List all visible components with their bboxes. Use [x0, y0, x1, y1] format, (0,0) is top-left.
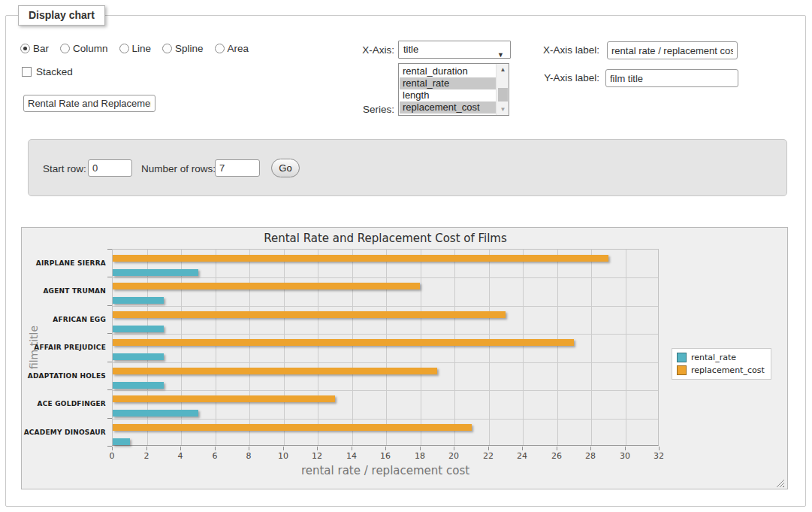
x-axis-tick	[659, 447, 660, 450]
x-axis-tick-label: 0	[101, 451, 123, 461]
x-axis-tick	[625, 447, 626, 450]
radio-option-spline[interactable]: Spline	[162, 43, 204, 54]
bar-rental_rate	[113, 410, 198, 417]
radio-label[interactable]: Line	[132, 43, 152, 54]
bar-rental_rate	[113, 382, 164, 389]
gridline	[318, 250, 318, 445]
chart-title: Rental Rate and Replacement Cost of Film…	[112, 232, 659, 245]
stacked-label[interactable]: Stacked	[36, 66, 73, 77]
x-axis-tick	[488, 447, 489, 450]
x-axis-tick-label: 26	[545, 451, 568, 461]
legend-item[interactable]: rental_rate	[677, 353, 765, 362]
legend-swatch-rental-rate	[677, 353, 687, 362]
x-axis-tick	[283, 447, 284, 450]
gridline	[421, 250, 421, 445]
bar-rental_rate	[113, 326, 164, 332]
radio-label[interactable]: Bar	[33, 43, 49, 54]
start-row-label: Start row:	[43, 163, 86, 174]
radio-option-column[interactable]: Column	[60, 43, 108, 54]
x-axis-tick	[522, 447, 523, 450]
start-row-input[interactable]	[88, 159, 132, 177]
radio-icon[interactable]	[215, 44, 225, 53]
x-axis-tick-label: 12	[306, 451, 328, 461]
x-axis-select[interactable]: title ▼	[398, 41, 511, 59]
x-axis-tick	[352, 447, 352, 450]
category-label: ACADEMY DINOSAUR	[22, 429, 106, 436]
series-list-label: Series:	[342, 104, 394, 115]
series-option-replacement-cost[interactable]: replacement_cost	[400, 101, 496, 114]
series-option-length[interactable]: length	[400, 89, 496, 101]
x-axis-tick-label: 16	[374, 451, 397, 461]
x-axis-tick-label: 18	[409, 451, 431, 461]
y-axis-tick	[107, 418, 112, 419]
chart-container: Rental Rate and Replacement Cost of Film…	[21, 227, 788, 489]
num-rows-input[interactable]	[215, 159, 260, 177]
radio-icon[interactable]	[20, 44, 30, 53]
y-axis-tick	[107, 333, 112, 334]
x-axis-tick	[317, 447, 318, 450]
chart-type-radio-group: Bar Column Line Spline Area	[20, 43, 249, 54]
x-axis-tick-label: 4	[169, 451, 192, 461]
gridline	[352, 250, 353, 445]
category-label: AIRPLANE SIERRA	[22, 259, 106, 267]
bar-replacement_cost	[113, 395, 335, 402]
radio-label[interactable]: Spline	[175, 43, 204, 54]
bar-rental_rate	[113, 438, 130, 445]
x-axis-tick	[215, 447, 216, 450]
series-option-rental-duration[interactable]: rental_duration	[400, 65, 496, 77]
radio-label[interactable]: Column	[73, 43, 108, 54]
y-axis-tick	[107, 389, 112, 390]
gridline	[626, 250, 626, 445]
stacked-checkbox[interactable]	[22, 67, 32, 77]
x-axis-tick	[420, 447, 421, 450]
series-options: rental_duration rental_rate length repla…	[400, 65, 496, 114]
bar-replacement_cost	[113, 283, 420, 289]
stacked-checkbox-row: Stacked	[22, 66, 73, 77]
x-axis-tick-label: 30	[614, 451, 636, 461]
series-option-rental-rate[interactable]: rental_rate	[400, 77, 496, 89]
gridline	[249, 250, 250, 445]
x-axis-tick	[112, 447, 113, 450]
y-axis-label-input[interactable]	[605, 69, 738, 87]
legend-item[interactable]: replacement_cost	[677, 365, 765, 375]
legend-label: rental_rate	[691, 353, 736, 362]
radio-label[interactable]: Area	[228, 43, 249, 54]
x-axis-label-label: X-Axis label:	[533, 44, 599, 56]
x-axis-tick-label: 14	[340, 451, 363, 461]
resize-handle-icon[interactable]	[776, 479, 784, 487]
gridline	[216, 250, 216, 445]
fieldset-legend: Display chart	[18, 5, 105, 26]
radio-icon[interactable]	[162, 44, 172, 53]
y-axis-tick	[107, 277, 112, 277]
x-axis-tick	[146, 447, 147, 450]
scrollbar-thumb[interactable]	[498, 88, 508, 101]
radio-icon[interactable]	[60, 44, 70, 53]
scroll-down-icon[interactable]: ▼	[497, 104, 509, 115]
listbox-scrollbar[interactable]: ▲ ▼	[496, 64, 509, 115]
dropdown-arrow-icon[interactable]: ▼	[497, 47, 504, 63]
category-label: ACE GOLDFINGER	[22, 400, 106, 407]
bar-replacement_cost	[113, 424, 472, 431]
series-listbox[interactable]: rental_duration rental_rate length repla…	[398, 63, 509, 116]
x-axis-tick	[454, 447, 454, 450]
chart-title-input[interactable]	[23, 95, 155, 112]
gridline	[557, 250, 558, 445]
num-rows-label: Number of rows:	[141, 163, 216, 174]
radio-option-bar[interactable]: Bar	[20, 43, 49, 54]
radio-option-area[interactable]: Area	[215, 43, 249, 54]
gridline	[523, 250, 524, 445]
x-axis-tick-label: 10	[272, 451, 294, 461]
chart-legend: rental_rate replacement_cost	[672, 348, 771, 380]
legend-label: replacement_cost	[691, 365, 765, 375]
radio-icon[interactable]	[119, 44, 129, 53]
x-axis-title: rental rate / replacement cost	[112, 464, 659, 477]
radio-option-line[interactable]: Line	[119, 43, 152, 54]
gridline	[113, 362, 658, 363]
scroll-up-icon[interactable]: ▲	[497, 64, 509, 75]
go-button[interactable]: Go	[271, 159, 300, 177]
x-axis-label-input[interactable]	[607, 41, 738, 59]
bar-replacement_cost	[113, 255, 608, 262]
x-axis-tick-label: 2	[135, 451, 158, 461]
legend-swatch-replacement-cost	[677, 365, 687, 375]
x-axis-selected-value: title	[403, 44, 418, 55]
